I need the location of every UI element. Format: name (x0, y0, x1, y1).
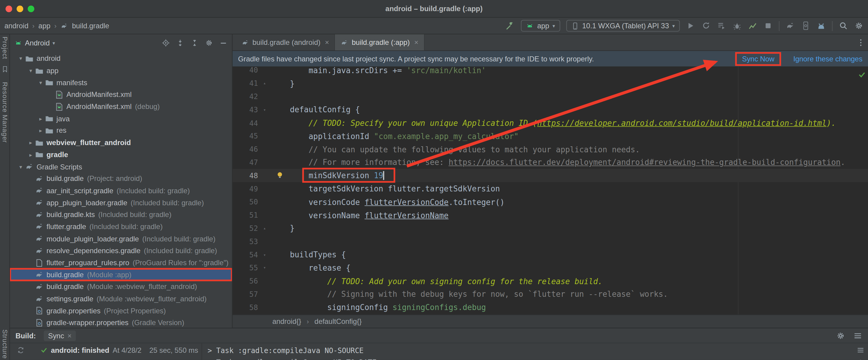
code-line-41[interactable]: 41▴ } (232, 77, 868, 90)
close-tab-icon[interactable]: × (67, 331, 72, 340)
code-line-48[interactable]: 48 minSdkVersion 19 (232, 169, 868, 182)
menu-lines-icon[interactable] (853, 331, 862, 340)
collapse-all-icon[interactable] (190, 39, 199, 47)
tree-item-gradle-wrapper-properties[interactable]: gradle-wrapper.properties(Gradle Version… (10, 317, 232, 328)
editor-options-icon[interactable] (856, 38, 865, 47)
tree-item-flutter-proguard-rules-pro[interactable]: flutter_proguard_rules.pro(ProGuard Rule… (10, 257, 232, 269)
tree-item-androidmanifest-xml[interactable]: AndroidManifest.xml(debug) (10, 100, 232, 113)
tool-window-button-project[interactable]: Project (1, 36, 9, 59)
tree-item-app-plugin-loader-gradle[interactable]: app_plugin_loader.gradle(Included build:… (10, 197, 232, 209)
code-line-44[interactable]: 44 // TODO: Specify your own unique Appl… (232, 117, 868, 130)
tree-item-flutter-gradle[interactable]: flutter.gradle(Included build: gradle) (10, 221, 232, 233)
close-tab-icon[interactable]: × (325, 38, 329, 47)
run-configurations-icon[interactable] (717, 21, 726, 30)
fold-marker-icon[interactable]: ▴ (258, 226, 271, 231)
scroll-to-end-icon[interactable] (856, 359, 864, 360)
tree-item-app[interactable]: ▾app (10, 65, 232, 77)
tree-item-webview-flutter-android[interactable]: ▸webview_flutter_android (10, 137, 232, 149)
build-console[interactable]: > Task :gradle:compileJava NO-SOURCE> Ta… (202, 343, 852, 360)
code-line-50[interactable]: 50 versionCode flutterVersionCode.toInte… (232, 196, 868, 209)
settings-gear-icon[interactable] (205, 39, 213, 47)
fold-marker-icon[interactable]: ▴ (258, 81, 271, 86)
tree-item-aar-init-script-gradle[interactable]: aar_init_script.gradle(Included build: g… (10, 185, 232, 197)
device-select[interactable]: 10.1 WXGA (Tablet) API 33 ▾ (566, 20, 680, 32)
tab-build-gradle-app[interactable]: build.gradle (:app)× (335, 34, 425, 50)
tree-chevron-right-icon[interactable]: ▸ (36, 116, 45, 122)
breadcrumb-android[interactable]: android (4, 22, 29, 30)
build-hammer-icon[interactable] (506, 21, 515, 30)
tree-chevron-down-icon[interactable]: ▾ (17, 56, 25, 62)
build-status-name[interactable]: android: finished (51, 346, 109, 354)
code-line-57[interactable]: 57 // Signing with the debug keys for no… (232, 288, 868, 301)
tab-sync[interactable]: Sync × (44, 330, 76, 341)
fold-marker-icon[interactable]: ▾ (258, 107, 271, 112)
locate-file-icon[interactable] (162, 39, 170, 47)
tree-chevron-down-icon[interactable]: ▾ (36, 80, 45, 86)
minimize-window-button[interactable] (17, 5, 23, 12)
profiler-icon[interactable] (748, 21, 757, 30)
stop-icon[interactable] (763, 21, 773, 30)
expand-all-icon[interactable] (176, 39, 185, 47)
tree-item-android[interactable]: ▾android (10, 53, 232, 65)
tree-item-settings-gradle[interactable]: settings.gradle(Module :webview_flutter_… (10, 293, 232, 305)
tree-item-gradle-scripts[interactable]: ▾Gradle Scripts (10, 161, 232, 173)
tree-item-build-gradle[interactable]: build.gradle(Project: android) (10, 173, 232, 185)
sync-gradle-icon[interactable] (785, 21, 795, 30)
breadcrumb-build-gradle[interactable]: build.gradle (72, 22, 109, 30)
tree-item-build-gradle-kts[interactable]: build.gradle.kts(Included build: gradle) (10, 209, 232, 221)
tree-item-res[interactable]: ▸res (10, 125, 232, 137)
intention-bulb-icon[interactable] (276, 171, 284, 180)
tree-item-module-plugin-loader-gradle[interactable]: module_plugin_loader.gradle(Included bui… (10, 233, 232, 245)
tree-item-manifests[interactable]: ▾manifests (10, 77, 232, 89)
run-configuration-select[interactable]: app ▾ (521, 20, 560, 32)
device-manager-icon[interactable] (801, 21, 810, 30)
search-everywhere-icon[interactable] (839, 21, 848, 30)
ignore-changes-button[interactable]: Ignore these changes (793, 55, 863, 63)
hide-panel-icon[interactable] (219, 39, 227, 47)
code-line-58[interactable]: 58 signingConfig signingConfigs.debug (232, 301, 868, 314)
tree-chevron-right-icon[interactable]: ▸ (27, 140, 35, 146)
code-line-52[interactable]: 52▴ } (232, 222, 868, 235)
code-line-54[interactable]: 54▾ buildTypes { (232, 248, 868, 261)
tree-chevron-down-icon[interactable]: ▾ (17, 164, 25, 170)
code-line-49[interactable]: 49 targetSdkVersion flutter.targetSdkVer… (232, 182, 868, 196)
tool-window-button-structure[interactable]: Structure (1, 329, 9, 359)
code-line-45[interactable]: 45 applicationId "com.example.app_my_cal… (232, 129, 868, 143)
tree-item-build-gradle[interactable]: build.gradle(Module :app) (10, 269, 232, 281)
code-line-47[interactable]: 47 // For more information, see: https:/… (232, 156, 868, 169)
settings-gear-icon[interactable] (854, 21, 864, 30)
tree-item-gradle[interactable]: ▸gradle (10, 149, 232, 161)
tree-item-androidmanifest-xml[interactable]: AndroidManifest.xml (10, 89, 232, 100)
tool-window-button-resource-manager[interactable]: Resource Manager (1, 82, 9, 143)
close-window-button[interactable] (5, 5, 12, 12)
bookmark-icon[interactable] (1, 65, 9, 73)
tree-item-build-gradle[interactable]: build.gradle(Module :webview_flutter_and… (10, 281, 232, 293)
apply-changes-icon[interactable] (701, 21, 711, 30)
tree-item-resolve-dependencies-gradle[interactable]: resolve_dependencies.gradle(Included bui… (10, 245, 232, 257)
close-tab-icon[interactable]: × (414, 38, 418, 47)
project-view-selector[interactable]: Android (25, 39, 50, 47)
code-line-42[interactable]: 42 (232, 90, 868, 103)
fold-marker-icon[interactable]: ▾ (258, 266, 271, 271)
code-line-51[interactable]: 51 versionName flutterVersionName (232, 209, 868, 222)
code-line-43[interactable]: 43▾ defaultConfig { (232, 103, 868, 117)
code-line-56[interactable]: 56 // TODO: Add your own signing config … (232, 274, 868, 288)
zoom-window-button[interactable] (28, 5, 34, 12)
sync-now-button[interactable]: Sync Now (735, 52, 781, 66)
tab-build-gradle-android[interactable]: build.gradle (android)× (236, 34, 335, 50)
fold-marker-icon[interactable]: ▾ (258, 252, 271, 257)
tree-chevron-right-icon[interactable]: ▸ (27, 152, 35, 158)
code-line-55[interactable]: 55▾ release { (232, 261, 868, 274)
breadcrumb-defaultconfig-block[interactable]: defaultConfig{} (314, 317, 362, 326)
tree-item-gradle-properties[interactable]: gradle.properties(Project Properties) (10, 305, 232, 317)
logcat-icon[interactable] (816, 21, 826, 30)
code-line-46[interactable]: 46 // You can update the following value… (232, 143, 868, 156)
code-editor[interactable]: 40 main.java.srcDirs += 'src/main/kotlin… (232, 51, 868, 314)
tree-chevron-right-icon[interactable]: ▸ (36, 128, 45, 133)
menu-lines-icon[interactable] (856, 346, 864, 355)
breadcrumb-android-block[interactable]: android{} (272, 317, 301, 326)
breadcrumb-app[interactable]: app (38, 22, 51, 30)
sync-refresh-icon[interactable] (17, 346, 25, 354)
tree-chevron-down-icon[interactable]: ▾ (27, 67, 35, 73)
attach-debugger-icon[interactable] (732, 21, 742, 30)
